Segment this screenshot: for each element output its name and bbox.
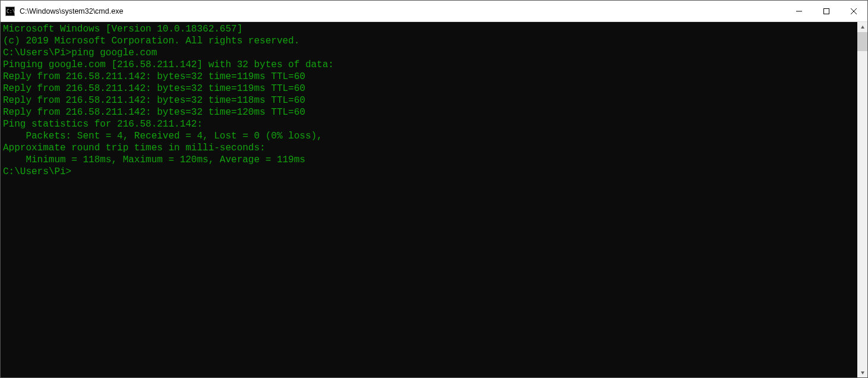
terminal-line: Ping statistics for 216.58.211.142: (3, 118, 855, 130)
close-button[interactable] (840, 1, 867, 22)
window-title: C:\Windows\system32\cmd.exe (20, 7, 123, 15)
maximize-button[interactable] (813, 1, 840, 22)
terminal-line: Reply from 216.58.211.142: bytes=32 time… (3, 71, 855, 83)
scroll-up-button[interactable] (857, 22, 867, 32)
terminal-output[interactable]: Microsoft Windows [Version 10.0.18362.65… (1, 22, 857, 377)
terminal-line: Pinging google.com [216.58.211.142] with… (3, 59, 855, 71)
vertical-scrollbar[interactable] (857, 22, 867, 377)
terminal-line: Reply from 216.58.211.142: bytes=32 time… (3, 106, 855, 118)
terminal-line: Minimum = 118ms, Maximum = 120ms, Averag… (3, 154, 855, 166)
cmd-window: C:\ C:\Windows\system32\cmd.exe Microsof… (0, 0, 868, 378)
titlebar[interactable]: C:\ C:\Windows\system32\cmd.exe (1, 1, 867, 22)
scrollbar-track[interactable] (857, 32, 867, 367)
scroll-down-button[interactable] (857, 367, 867, 377)
cmd-icon: C:\ (5, 7, 15, 16)
terminal-line: (c) 2019 Microsoft Corporation. All righ… (3, 35, 855, 47)
terminal-prompt: C:\Users\Pi> (3, 166, 855, 178)
terminal-line: Microsoft Windows [Version 10.0.18362.65… (3, 23, 855, 35)
terminal-line: Approximate round trip times in milli-se… (3, 142, 855, 154)
terminal-line: Reply from 216.58.211.142: bytes=32 time… (3, 94, 855, 106)
terminal-line: Packets: Sent = 4, Received = 4, Lost = … (3, 130, 855, 142)
svg-rect-4 (824, 8, 829, 14)
minimize-button[interactable] (785, 1, 813, 22)
terminal-line: Reply from 216.58.211.142: bytes=32 time… (3, 83, 855, 94)
svg-marker-7 (861, 26, 864, 29)
svg-text:C:\: C:\ (7, 9, 15, 14)
terminal-line: C:\Users\Pi>ping google.com (3, 47, 855, 59)
scrollbar-thumb[interactable] (857, 32, 867, 51)
svg-marker-8 (861, 371, 864, 374)
window-body: Microsoft Windows [Version 10.0.18362.65… (1, 22, 867, 377)
